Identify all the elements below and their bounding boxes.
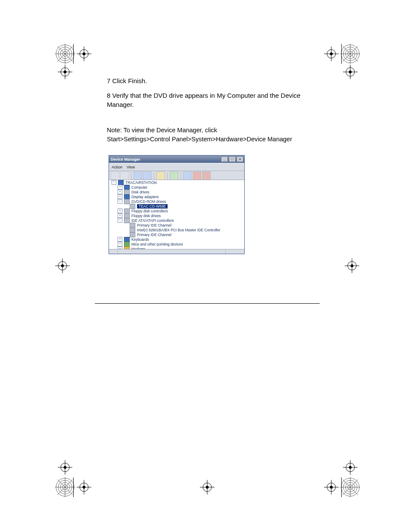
regmark-cross-tl-inner	[77, 47, 91, 61]
device-manager-window: Device Manager _ □ × Action View −TRACAI…	[109, 155, 245, 254]
cropmark-b1	[73, 477, 74, 497]
regmark-cross-ml	[55, 258, 70, 273]
statusbar-seg-a	[109, 249, 118, 254]
step-7-c: .	[145, 77, 147, 84]
tb-back-icon[interactable]	[111, 171, 119, 180]
cropmark-b2	[341, 477, 342, 497]
node-dvd-sel[interactable]: TEAC CD-W58E	[109, 204, 244, 208]
note-path: Start>Settings>Control Panel>System>Hard…	[107, 135, 318, 144]
step-8: 8 Verify that the DVD drive appears in M…	[107, 91, 318, 109]
tb-enable-icon[interactable]	[183, 171, 192, 180]
my-computer-ui-label: My Computer	[217, 92, 255, 99]
svg-point-67	[64, 466, 66, 469]
node-display[interactable]: +Display adapters	[109, 194, 244, 199]
cropmark-t2	[341, 44, 342, 64]
maximize-button[interactable]: □	[229, 156, 236, 162]
window-title: Device Manager	[111, 157, 140, 162]
node-dvd-label: DVD/CD-ROM drives	[131, 199, 166, 204]
note-line-1a: Note: To view the	[107, 127, 156, 134]
regmark-dense-top-right	[340, 44, 360, 64]
node-mice-label: Mice and other pointing devices	[131, 242, 183, 246]
node-ide-c-label: Primary IDE Channel	[137, 233, 171, 237]
tb-view-icon[interactable]	[134, 171, 142, 180]
page-body: 7 Click Finish. 8 Verify that the DVD dr…	[107, 77, 318, 144]
node-mice[interactable]: +Mice and other pointing devices	[109, 242, 244, 246]
svg-point-71	[349, 466, 352, 469]
node-dvd[interactable]: −DVD/CD-ROM drives	[109, 199, 244, 204]
page-divider	[95, 303, 320, 304]
regmark-cross-mr	[345, 258, 359, 273]
node-floppy-label: Floppy disk drives	[131, 214, 161, 218]
node-keyboards[interactable]: +Keyboards	[109, 237, 244, 242]
svg-point-47	[349, 71, 352, 73]
regmark-cross-tl-below	[58, 65, 72, 79]
node-disk[interactable]: +Disk drives	[109, 190, 244, 194]
node-dvd-sel-label: TEAC CD-W58E	[137, 204, 168, 208]
svg-point-51	[61, 264, 64, 267]
node-floppy[interactable]: +Floppy disk drives	[109, 213, 244, 218]
node-ide-b[interactable]: Intel(r) 82801BA/BX PCI Bus Master IDE C…	[109, 227, 244, 232]
regmark-dense-bottom-left	[55, 477, 75, 497]
regmark-cross-tr-inner	[324, 47, 339, 61]
svg-point-35	[83, 53, 85, 55]
tb-sep4	[181, 172, 181, 179]
note-line-1: Note: To view the Device Manager, click	[107, 126, 318, 135]
close-button[interactable]: ×	[237, 156, 243, 162]
note-block: Note: To view the Device Manager, click …	[107, 126, 318, 144]
menu-action[interactable]: Action	[112, 165, 122, 169]
window-buttons: _ □ ×	[221, 156, 243, 162]
regmark-dense-top-left	[55, 44, 75, 64]
node-ide-a[interactable]: Primary IDE Channel	[109, 223, 244, 227]
step-7: 7 Click Finish.	[107, 77, 318, 85]
step-8-e: .	[132, 101, 134, 108]
regmark-cross-br-above	[343, 460, 358, 475]
tb-sep2	[154, 172, 154, 179]
tb-sep3	[167, 172, 168, 179]
tb-scan-icon[interactable]	[170, 171, 178, 180]
finish-ui-label: Finish	[128, 77, 145, 84]
node-floppyctrl-label: Floppy disk controllers	[131, 209, 168, 213]
node-ide-label: IDE ATA/ATAPI controllers	[131, 218, 174, 223]
node-floppyctrl[interactable]: +Floppy disk controllers	[109, 208, 244, 213]
svg-point-55	[351, 264, 353, 267]
tb-refresh-icon[interactable]	[156, 171, 165, 180]
svg-point-63	[330, 486, 333, 488]
tb-disable-icon[interactable]	[193, 171, 201, 180]
regmark-cross-tr-below	[343, 65, 358, 79]
regmark-dense-bottom-right	[340, 477, 360, 497]
step-7-a: 7 Click	[107, 77, 128, 84]
node-root-label: TRACAIRSTATION	[125, 180, 157, 185]
tb-sep1	[131, 172, 131, 179]
menu-bar: Action View	[109, 163, 244, 171]
svg-point-59	[83, 486, 85, 488]
tb-uninstall-icon[interactable]	[202, 171, 211, 180]
regmark-cross-bl-inner	[77, 480, 91, 495]
step-8-c: and the	[255, 92, 280, 99]
step-8-a: 8 Verify that the DVD drive appears in	[107, 92, 217, 99]
node-keyboards-label: Keyboards	[131, 237, 149, 242]
status-bar	[109, 249, 244, 254]
node-computer[interactable]: +Computer	[109, 185, 244, 190]
statusbar-seg-b	[118, 249, 226, 254]
title-bar: Device Manager _ □ ×	[109, 156, 244, 163]
regmark-cross-bl-above	[58, 460, 72, 475]
regmark-cross-br-inner	[324, 480, 339, 495]
svg-point-43	[64, 71, 66, 73]
note-device-manager: Device Manager	[156, 127, 202, 134]
node-display-label: Display adapters	[131, 195, 159, 199]
node-ide-c[interactable]: Primary IDE Channel	[109, 232, 244, 237]
tb-properties-icon[interactable]	[143, 171, 152, 180]
svg-point-75	[206, 486, 209, 488]
node-disk-label: Disk drives	[131, 190, 149, 194]
node-ide[interactable]: −IDE ATA/ATAPI controllers	[109, 218, 244, 223]
svg-point-39	[330, 53, 333, 55]
device-tree: −TRACAIRSTATION +Computer +Disk drives +…	[109, 180, 244, 249]
node-computer-label: Computer	[131, 185, 147, 190]
node-ide-b-label: Intel(r) 82801BA/BX PCI Bus Master IDE C…	[137, 228, 220, 232]
menu-view[interactable]: View	[127, 165, 135, 169]
node-ide-a-label: Primary IDE Channel	[137, 223, 171, 227]
tb-fwd-icon[interactable]	[120, 171, 129, 180]
regmark-cross-bc	[200, 480, 215, 495]
minimize-button[interactable]: _	[221, 156, 228, 162]
node-root[interactable]: −TRACAIRSTATION	[109, 180, 244, 185]
